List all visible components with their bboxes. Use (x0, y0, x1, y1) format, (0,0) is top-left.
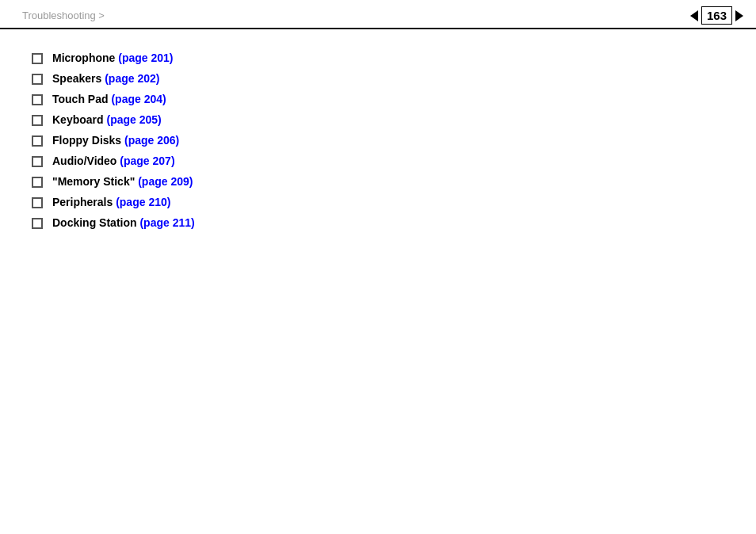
checkbox-icon (32, 53, 43, 64)
list-item: Speakers (page 202) (32, 72, 724, 85)
item-link-4[interactable]: (page 206) (124, 134, 179, 147)
item-label-8: Docking Station (page 211) (52, 216, 195, 229)
checkbox-icon (32, 177, 43, 188)
arrow-left-icon (690, 10, 698, 21)
checkbox-icon (32, 115, 43, 126)
item-label-7: Peripherals (page 210) (52, 196, 170, 208)
main-content: Microphone (page 201)Speakers (page 202)… (0, 29, 756, 253)
list-item: Audio/Video (page 207) (32, 154, 724, 167)
item-label-1: Speakers (page 202) (52, 72, 159, 85)
list-item: Touch Pad (page 204) (32, 93, 724, 105)
checkbox-icon (32, 218, 43, 229)
list-item: Peripherals (page 210) (32, 196, 724, 208)
page-number-container: 163 (690, 6, 743, 25)
item-label-5: Audio/Video (page 207) (52, 154, 175, 167)
list-item: Microphone (page 201) (32, 51, 724, 64)
checkbox-icon (32, 135, 43, 147)
list-item: Floppy Disks (page 206) (32, 134, 724, 147)
checkbox-icon (32, 156, 43, 167)
list-item: Docking Station (page 211) (32, 216, 724, 229)
item-link-8[interactable]: (page 211) (139, 216, 194, 229)
breadcrumb: Troubleshooting > (22, 10, 105, 21)
item-link-5[interactable]: (page 207) (120, 154, 174, 167)
item-link-3[interactable]: (page 205) (106, 113, 161, 126)
item-link-1[interactable]: (page 202) (105, 72, 159, 85)
list-item: Keyboard (page 205) (32, 113, 724, 126)
item-link-6[interactable]: (page 209) (138, 175, 193, 188)
list-item: "Memory Stick" (page 209) (32, 175, 724, 188)
page-number: 163 (701, 6, 732, 25)
arrow-right-icon (735, 10, 743, 21)
item-label-4: Floppy Disks (page 206) (52, 134, 179, 147)
item-label-2: Touch Pad (page 204) (52, 93, 166, 105)
item-label-6: "Memory Stick" (page 209) (52, 175, 193, 188)
page-header: Troubleshooting > 163 (0, 0, 756, 29)
checkbox-icon (32, 197, 43, 208)
item-link-0[interactable]: (page 201) (118, 51, 173, 64)
item-label-0: Microphone (page 201) (52, 51, 173, 64)
checkbox-icon (32, 74, 43, 85)
items-list: Microphone (page 201)Speakers (page 202)… (32, 51, 724, 229)
item-link-2[interactable]: (page 204) (111, 93, 166, 105)
item-label-3: Keyboard (page 205) (52, 113, 162, 126)
checkbox-icon (32, 94, 43, 105)
item-link-7[interactable]: (page 210) (116, 196, 170, 208)
